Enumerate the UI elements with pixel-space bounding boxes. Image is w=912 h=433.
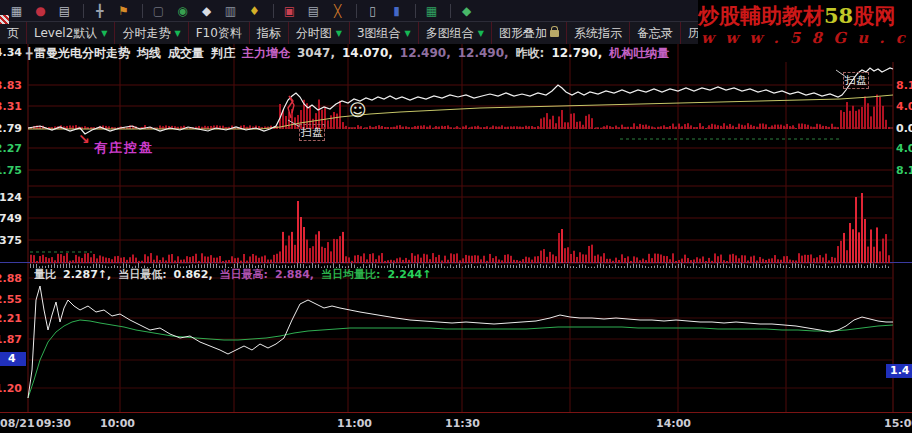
smiley-icon: ☺ bbox=[349, 100, 367, 120]
menu-item-3[interactable]: F10资料 bbox=[189, 22, 250, 44]
columns-icon[interactable]: ▥ bbox=[220, 3, 241, 19]
signal-light-icon[interactable]: ◉ bbox=[172, 3, 193, 19]
menu-item-10[interactable]: 备忘录 bbox=[630, 22, 681, 44]
chevron-down-icon: ▼ bbox=[478, 29, 484, 38]
price-axis-label: 13.83 bbox=[0, 79, 22, 92]
menu-item-7[interactable]: 多图组合▼ bbox=[419, 22, 492, 44]
volume-axis-label: 1375 bbox=[0, 234, 22, 247]
liangbi-axis-label: 1.87 bbox=[0, 333, 22, 346]
menu-item-label: 分时走势 bbox=[122, 25, 170, 42]
header-segment: 雷曼光电分时走势 bbox=[34, 46, 130, 60]
header-segment: 成交量 bbox=[168, 46, 204, 60]
sweep-label-right: 扫盘 bbox=[843, 72, 869, 89]
header-segment: 3047, bbox=[297, 46, 335, 60]
menu-item-4[interactable]: 指标 bbox=[250, 22, 289, 44]
toolbar-separator bbox=[142, 4, 143, 18]
document-icon[interactable]: ▯ bbox=[362, 3, 383, 19]
menu-item-6[interactable]: 3图组合▼ bbox=[350, 22, 419, 44]
id-card-icon[interactable]: ▮ bbox=[386, 3, 407, 19]
pan-handle-icon[interactable]: ╋ bbox=[26, 47, 33, 60]
sweep-label-left: 扫盘 bbox=[299, 124, 325, 141]
liangbi-segment: 0.862, bbox=[174, 268, 213, 281]
toolbar-separator bbox=[83, 4, 84, 18]
menu-item-1[interactable]: Level2默认▼ bbox=[27, 22, 115, 44]
chevron-down-icon: ▼ bbox=[101, 29, 107, 38]
liangbi-segment: 2.884, bbox=[275, 268, 314, 281]
bell-icon[interactable]: ♦ bbox=[244, 3, 265, 19]
percent-axis-label: 8.1 bbox=[896, 79, 912, 92]
time-axis-label: 08/21 bbox=[0, 417, 35, 430]
time-axis-label: 09:30 bbox=[36, 417, 71, 430]
menu-bar: 页Level2默认▼分时走势▼F10资料指标分时图▼3图组合▼多图组合▼图形叠加… bbox=[0, 21, 698, 44]
time-axis-label: 10:00 bbox=[100, 417, 135, 430]
menu-item-9[interactable]: 系统指示 bbox=[567, 22, 630, 44]
menu-item-label: 备忘录 bbox=[637, 25, 673, 42]
toolbar-separator bbox=[356, 4, 357, 18]
banner-title-tail: 股网 bbox=[853, 3, 895, 28]
chart-window-icon[interactable]: ▤ bbox=[303, 3, 324, 19]
menu-item-11[interactable]: 历史回放 bbox=[681, 22, 698, 44]
menu-item-label: 图形叠加 bbox=[499, 25, 547, 42]
toolbar-separator bbox=[450, 4, 451, 18]
liangbi-segment: 2.244↑ bbox=[387, 268, 431, 281]
toolbar-separator bbox=[415, 4, 416, 18]
window-red-icon[interactable]: ▣ bbox=[279, 3, 300, 19]
liangbi-segment: 当日最高: bbox=[220, 268, 268, 281]
header-segment: 14.070, bbox=[342, 46, 393, 60]
menu-item-8[interactable]: 图形叠加 bbox=[492, 22, 567, 44]
chevron-down-icon: ▼ bbox=[405, 29, 411, 38]
liangbi-axis-label: 1.20 bbox=[0, 382, 22, 395]
menu-item-label: F10资料 bbox=[196, 25, 242, 42]
chart-grid-icon[interactable]: ▦ bbox=[6, 3, 27, 19]
menu-item-label: 3图组合 bbox=[357, 25, 401, 42]
header-segment: 12.490, bbox=[458, 46, 509, 60]
panel-icon[interactable]: ▢ bbox=[148, 3, 169, 19]
liangbi-axis-label: 2.88 bbox=[0, 272, 22, 285]
menu-item-label: 历史回放 bbox=[688, 25, 698, 42]
menu-item-label: 系统指示 bbox=[574, 25, 622, 42]
header-segment: 12.490, bbox=[400, 46, 451, 60]
menu-item-0[interactable]: 页 bbox=[0, 22, 27, 44]
main-toolbar: ▦●▤╋⚑▢◉◆▥♦▣▤╳▯▮▦◆ bbox=[0, 0, 698, 21]
liangbi-segment: 当日最低: bbox=[118, 268, 166, 281]
price-axis-label: 12.79 bbox=[0, 122, 22, 135]
gem-icon[interactable]: ◆ bbox=[456, 3, 477, 19]
header-segment: 昨收: bbox=[516, 46, 545, 60]
liangbi-cursor-value-left: 4 bbox=[0, 352, 26, 366]
layers-icon[interactable]: ▦ bbox=[421, 3, 442, 19]
volume-axis-label: 2124 bbox=[0, 191, 22, 204]
header-segment: 均线 bbox=[137, 46, 161, 60]
percent-axis-label: 0.0 bbox=[896, 122, 912, 135]
diamond-icon[interactable]: ◆ bbox=[196, 3, 217, 19]
chevron-down-icon: ▼ bbox=[174, 29, 180, 38]
menu-item-label: Level2默认 bbox=[34, 25, 97, 42]
chevron-down-icon: ▼ bbox=[336, 29, 342, 38]
banner-url: w w w . 5 8 G u . c o m bbox=[698, 29, 912, 47]
banner-title: 炒股輔助教材58股网 bbox=[698, 0, 912, 29]
banner-title-text: 炒股輔助教材 bbox=[698, 3, 824, 28]
time-axis-label: 14:00 bbox=[656, 417, 691, 430]
percent-axis-label: 4.0 bbox=[896, 100, 912, 113]
tools-icon[interactable]: ╳ bbox=[327, 3, 348, 19]
flag-icon[interactable]: ⚑ bbox=[113, 3, 134, 19]
marker-icon[interactable]: ● bbox=[30, 3, 51, 19]
chart-header: 雷曼光电分时走势均线成交量判庄主力增仓3047,14.070,12.490,12… bbox=[34, 45, 674, 62]
pan-icon[interactable]: ╋ bbox=[89, 3, 110, 19]
trading-app-window: ▦●▤╋⚑▢◉◆▥♦▣▤╳▯▮▦◆ 页Level2默认▼分时走势▼F10资料指标… bbox=[0, 0, 912, 433]
chart-area[interactable] bbox=[0, 44, 912, 412]
menu-item-2[interactable]: 分时走势▼ bbox=[115, 22, 188, 44]
price-axis-label: 12.27 bbox=[0, 142, 22, 155]
toolbar-separator bbox=[273, 4, 274, 18]
menu-item-label: 指标 bbox=[257, 25, 281, 42]
liangbi-header: 量比2.287↑,当日最低:0.862,当日最高:2.884,当日均量比:2.2… bbox=[34, 267, 674, 282]
liangbi-axis-label: 2.55 bbox=[0, 293, 22, 306]
user-chart-icon[interactable]: ▤ bbox=[54, 3, 75, 19]
liangbi-axis-label: 2.21 bbox=[0, 312, 22, 325]
liangbi-segment: 当日均量比: bbox=[321, 268, 380, 281]
percent-axis-label: 4.0 bbox=[896, 142, 912, 155]
time-axis-label: 11:00 bbox=[337, 417, 372, 430]
menu-item-label: 页 bbox=[7, 25, 19, 42]
header-segment: 判庄 bbox=[211, 46, 235, 60]
liangbi-cursor-value-right: 1.4 bbox=[886, 364, 912, 378]
menu-item-5[interactable]: 分时图▼ bbox=[289, 22, 350, 44]
